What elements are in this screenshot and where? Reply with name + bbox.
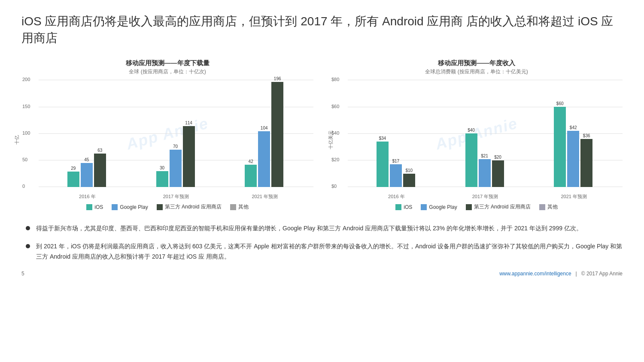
- downloads-chart-subtitle: 全球 (按应用商店，单位：十亿次): [21, 68, 313, 75]
- bar-value-label: 114: [185, 121, 192, 125]
- revenue-chart-inner: App Annie $80$60$40$20$0 $34$17$10$40$21…: [331, 80, 623, 200]
- downloads-bars-area: 294563307011442104196: [39, 80, 313, 187]
- bar: 196: [271, 76, 283, 187]
- charts-row: 移动应用预测——年度下载量 全球 (按应用商店，单位：十亿次) 十亿 App A…: [21, 59, 623, 211]
- bullet-item: 到 2021 年，iOS 仍将是利润最高的应用商店，收入将达到 603 亿美元，…: [26, 241, 623, 262]
- bar-block: [554, 107, 566, 187]
- bar-block: [183, 126, 195, 187]
- bar-value-label: 196: [274, 76, 281, 81]
- footer-copyright: © 2017 App Annie: [581, 271, 623, 277]
- bar: $34: [377, 136, 389, 187]
- bar-value-label: $17: [392, 159, 399, 163]
- grid-label: $60: [331, 104, 339, 109]
- bar-group: 3070114: [132, 121, 221, 187]
- bar-block: [580, 139, 592, 187]
- bar-value-label: $60: [556, 101, 564, 106]
- grid-label: 50: [22, 157, 27, 162]
- legend-label: iOS: [94, 204, 103, 210]
- footer-link[interactable]: www.appannie.com/intelligence: [499, 271, 571, 277]
- downloads-chart: 移动应用预测——年度下载量 全球 (按应用商店，单位：十亿次) 十亿 App A…: [21, 59, 313, 211]
- bullet-dot: [26, 244, 30, 248]
- legend-color-box: [395, 204, 401, 210]
- bar-value-label: 42: [249, 159, 253, 164]
- bar: $60: [554, 101, 566, 187]
- bar: 63: [94, 148, 106, 187]
- bullet-dot: [26, 226, 30, 230]
- bar-block: [271, 82, 283, 187]
- bar: 70: [170, 144, 182, 187]
- bar-group: $60$42$36: [529, 101, 618, 187]
- bar-block: [390, 164, 402, 187]
- revenue-chart-title: 移动应用预测——年度收入: [331, 59, 623, 67]
- downloads-chart-title: 移动应用预测——年度下载量: [21, 59, 313, 67]
- bar-value-label: $42: [570, 125, 577, 130]
- page-number: 5: [21, 271, 24, 277]
- bar-value-label: $36: [583, 133, 590, 138]
- bar-value-label: $34: [379, 136, 386, 141]
- bar-block: [403, 174, 415, 187]
- bar-block: [377, 142, 389, 187]
- bar-block: [492, 160, 504, 187]
- bar-block: [567, 131, 579, 187]
- page-title: iOS 应用商店仍将是收入最高的应用商店，但预计到 2017 年，所有 Andr…: [21, 13, 623, 46]
- bar-value-label: 104: [261, 126, 268, 130]
- bar: 42: [245, 159, 257, 187]
- bar-block: [170, 150, 182, 187]
- x-axis-label: 2021 年预测: [220, 193, 309, 200]
- bar-value-label: $21: [481, 154, 488, 158]
- legend-color-box: [466, 204, 472, 210]
- bar-group: 294563: [43, 148, 132, 187]
- bar: $20: [492, 155, 504, 187]
- legend-item: 其他: [539, 203, 558, 211]
- bar: $42: [567, 125, 579, 187]
- x-axis-label: 2017 年预测: [132, 193, 221, 200]
- legend-label: Google Play: [120, 204, 148, 210]
- legend-item: iOS: [86, 203, 103, 211]
- legend-label: 第三方 Android 应用商店: [165, 203, 222, 211]
- legend-label: 其他: [238, 203, 249, 211]
- grid-label: 150: [22, 104, 30, 109]
- grid-label: 0: [22, 184, 25, 189]
- legend-label: iOS: [404, 204, 412, 210]
- x-axis-label: 2016 年: [352, 193, 441, 200]
- bar-block: [258, 131, 270, 187]
- legend-color-box: [112, 204, 118, 210]
- bar: 114: [183, 121, 195, 187]
- bar-value-label: 29: [71, 166, 76, 171]
- bar: 30: [156, 166, 168, 187]
- bar-block: [479, 159, 491, 187]
- bar-value-label: 70: [173, 144, 178, 149]
- bar-group: 42104196: [220, 76, 309, 187]
- legend-label: 第三方 Android 应用商店: [474, 203, 531, 211]
- footer-right: www.appannie.com/intelligence | © 2017 A…: [499, 271, 623, 277]
- legend-item: 其他: [230, 203, 249, 211]
- x-axis-label: 2016 年: [43, 193, 132, 200]
- downloads-chart-area: 十亿 App Annie 200150100500 29456330701144…: [21, 80, 313, 200]
- bar: $21: [479, 154, 491, 187]
- bullet-text: 得益于新兴市场，尤其是印度、墨西哥、巴西和印度尼西亚的智能手机和应用保有量的增长…: [36, 223, 582, 234]
- revenue-chart-subtitle: 全球总消费额 (按应用商店，单位：十亿美元): [331, 68, 623, 75]
- bar-value-label: $20: [494, 155, 501, 160]
- bar: $40: [465, 128, 477, 187]
- bar: $17: [390, 159, 402, 187]
- downloads-chart-inner: App Annie 200150100500 29456330701144210…: [21, 80, 313, 200]
- bar-group: $34$17$10: [352, 136, 441, 187]
- legend-color-box: [230, 204, 236, 210]
- bullet-item: 得益于新兴市场，尤其是印度、墨西哥、巴西和印度尼西亚的智能手机和应用保有量的增长…: [26, 223, 623, 234]
- revenue-chart-area: 十亿美元 App Annie $80$60$40$20$0 $34$17$10$…: [331, 80, 623, 200]
- legend-item: Google Play: [421, 203, 457, 211]
- x-axis-label: 2017 年预测: [441, 193, 530, 200]
- revenue-x-labels: 2016 年2017 年预测2021 年预测: [348, 193, 623, 200]
- legend-color-box: [157, 204, 163, 210]
- bar: $36: [580, 133, 592, 187]
- bullet-points: 得益于新兴市场，尤其是印度、墨西哥、巴西和印度尼西亚的智能手机和应用保有量的增长…: [21, 223, 623, 262]
- downloads-y-axis-label: 十亿: [14, 135, 20, 145]
- bar-value-label: $10: [405, 168, 413, 173]
- grid-label: 200: [22, 77, 30, 82]
- grid-label: $80: [331, 77, 339, 82]
- bar-block: [245, 165, 257, 187]
- grid-label: $0: [331, 184, 337, 189]
- bar-value-label: $40: [468, 128, 475, 133]
- x-axis-label: 2021 年预测: [529, 193, 618, 200]
- legend-color-box: [539, 204, 545, 210]
